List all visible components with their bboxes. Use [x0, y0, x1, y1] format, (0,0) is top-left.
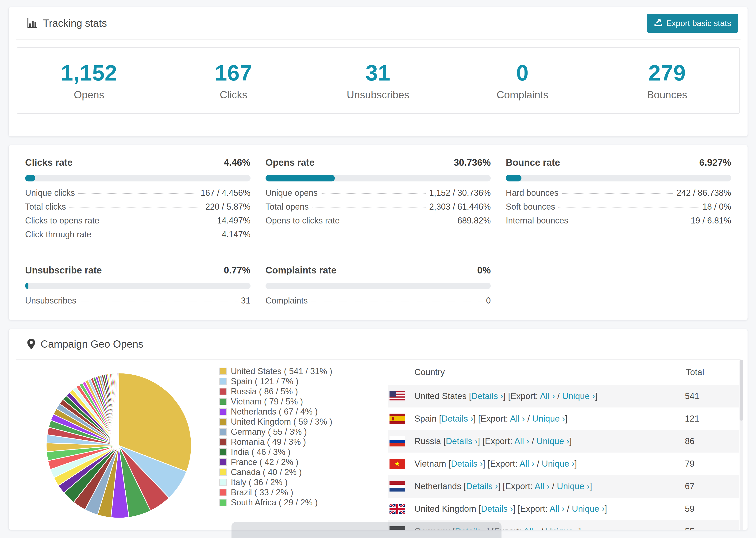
- country-total: 86: [685, 436, 694, 446]
- rates-card: Clicks rate4.46% Unique clicks167 / 4.45…: [9, 145, 748, 320]
- summary-bounces: 279 Bounces: [595, 48, 739, 113]
- geo-pie-chart[interactable]: [37, 363, 201, 528]
- legend-item[interactable]: Romania ( 49 / 3% ): [220, 437, 332, 447]
- clicks-count: 167: [215, 60, 252, 86]
- vn-flag-icon: [390, 459, 405, 469]
- country-row: United States [Details ›] [Export: All ›…: [388, 385, 739, 407]
- legend-swatch: [220, 389, 226, 395]
- opens-rate-bar: [266, 175, 491, 182]
- bounces-count: 279: [648, 60, 686, 86]
- clicks-rate-bar: [25, 175, 250, 182]
- legend-swatch: [220, 368, 226, 374]
- geo-table: Country Total United States [Details ›] …: [388, 360, 739, 530]
- us-flag-icon: [390, 391, 405, 402]
- dotted-leader: [311, 301, 483, 301]
- details-link[interactable]: Details ›: [446, 436, 478, 446]
- legend-item[interactable]: Spain ( 121 / 7% ): [220, 376, 332, 386]
- bounce-rate-block: Bounce rate6.927% Hard bounces242 / 86.7…: [506, 157, 731, 243]
- opens-rate-title: Opens rate: [266, 157, 315, 168]
- stat-detail-row: Unique opens1,152 / 30.736%: [266, 188, 491, 202]
- country-total: 79: [685, 459, 694, 469]
- geo-header: Campaign Geo Opens: [16, 329, 740, 360]
- summary-unsubscribes: 31 Unsubscribes: [306, 48, 450, 113]
- export-unique-link[interactable]: Unique ›: [536, 436, 569, 446]
- geo-table-header: Country Total: [388, 360, 739, 385]
- legend-swatch: [220, 429, 226, 435]
- stat-detail-row: Complaints0: [266, 296, 491, 310]
- export-all-link[interactable]: All ›: [535, 481, 550, 491]
- legend-item[interactable]: Canada ( 40 / 2% ): [220, 467, 332, 477]
- dotted-leader: [562, 193, 673, 194]
- dotted-leader: [312, 207, 426, 207]
- legend-item[interactable]: Russia ( 86 / 5% ): [220, 386, 332, 397]
- country-row: Russia [Details ›] [Export: All › / Uniq…: [388, 430, 739, 453]
- legend-item[interactable]: Germany ( 55 / 3% ): [220, 427, 332, 437]
- country-total: 121: [685, 414, 699, 424]
- complaints-rate-block: Complaints rate0% Complaints0: [266, 265, 491, 310]
- export-all-link[interactable]: All ›: [519, 459, 535, 468]
- country-total: 55: [685, 526, 694, 530]
- page-title-text: Tracking stats: [43, 17, 107, 29]
- export-unique-link[interactable]: Unique ›: [532, 414, 565, 423]
- legend-item[interactable]: Italy ( 36 / 2% ): [220, 477, 332, 487]
- export-all-link[interactable]: All ›: [510, 414, 525, 423]
- details-link[interactable]: Details ›: [471, 391, 503, 401]
- legend-swatch: [220, 500, 226, 506]
- legend-swatch: [220, 479, 226, 485]
- complaints-rate-bar: [266, 283, 491, 289]
- details-link[interactable]: Details ›: [481, 504, 513, 513]
- complaints-rate-title: Complaints rate: [266, 265, 337, 276]
- legend-swatch: [220, 378, 226, 385]
- details-link[interactable]: Details ›: [441, 414, 473, 423]
- legend-swatch: [220, 399, 226, 405]
- export-all-link[interactable]: All ›: [550, 504, 565, 513]
- stat-detail-row: Clicks to opens rate14.497%: [25, 216, 250, 230]
- legend-item[interactable]: South Africa ( 29 / 2% ): [220, 497, 332, 508]
- legend-item[interactable]: India ( 46 / 3% ): [220, 447, 332, 457]
- tracking-stats-header: Tracking stats Export basic stats: [16, 7, 740, 40]
- summary-complaints: 0 Complaints: [450, 48, 595, 113]
- opens-rate-value: 30.736%: [454, 157, 491, 168]
- export-all-link[interactable]: All ›: [523, 526, 539, 530]
- unsubscribes-count: 31: [365, 60, 391, 86]
- stat-detail-row: Opens to clicks rate689.82%: [266, 216, 491, 230]
- complaints-rate-value: 0%: [477, 265, 491, 276]
- legend-item[interactable]: United States ( 541 / 31% ): [220, 366, 332, 376]
- dotted-leader: [80, 301, 238, 301]
- export-unique-link[interactable]: Unique ›: [542, 459, 574, 468]
- stat-detail-row: Hard bounces242 / 86.738%: [506, 188, 731, 202]
- map-pin-icon: [27, 339, 35, 350]
- table-scrollbar[interactable]: [739, 360, 743, 530]
- export-all-link[interactable]: All ›: [514, 436, 529, 446]
- legend-item[interactable]: Netherlands ( 67 / 4% ): [220, 406, 332, 417]
- dotted-leader: [103, 221, 214, 221]
- dotted-leader: [343, 221, 454, 221]
- export-unique-link[interactable]: Unique ›: [557, 481, 590, 491]
- tracking-stats-card: Tracking stats Export basic stats 1,152 …: [9, 7, 748, 136]
- opens-count: 1,152: [61, 60, 117, 86]
- clicks-rate-value: 4.46%: [224, 157, 250, 168]
- complaints-count: 0: [516, 60, 529, 86]
- pie-legend: United States ( 541 / 31% )Spain ( 121 /…: [220, 366, 332, 508]
- export-basic-stats-button[interactable]: Export basic stats: [647, 14, 738, 32]
- stat-detail-row: Total opens2,303 / 61.446%: [266, 202, 491, 216]
- dotted-leader: [95, 235, 218, 235]
- country-row: Spain [Details ›] [Export: All › / Uniqu…: [388, 407, 739, 430]
- legend-item[interactable]: Brazil ( 33 / 2% ): [220, 487, 332, 497]
- legend-item[interactable]: United Kingdom ( 59 / 3% ): [220, 417, 332, 427]
- export-unique-link[interactable]: Unique ›: [572, 504, 605, 513]
- bounce-rate-value: 6.927%: [699, 157, 731, 168]
- export-unique-link[interactable]: Unique ›: [546, 526, 578, 530]
- details-link[interactable]: Details ›: [451, 459, 483, 468]
- geo-opens-card: Campaign Geo Opens United States ( 541 /…: [9, 329, 748, 530]
- geo-title-text: Campaign Geo Opens: [41, 338, 143, 350]
- export-all-link[interactable]: All ›: [540, 391, 555, 401]
- details-link[interactable]: Details ›: [466, 481, 498, 491]
- legend-item[interactable]: Vietnam ( 79 / 5% ): [220, 397, 332, 406]
- stat-detail-row: Unique clicks167 / 4.456%: [25, 188, 250, 202]
- legend-item[interactable]: France ( 42 / 2% ): [220, 457, 332, 467]
- export-unique-link[interactable]: Unique ›: [562, 391, 595, 401]
- summary-clicks: 167 Clicks: [161, 48, 306, 113]
- stat-detail-row: Internal bounces19 / 6.81%: [506, 216, 731, 230]
- unsubscribe-rate-value: 0.77%: [224, 265, 250, 276]
